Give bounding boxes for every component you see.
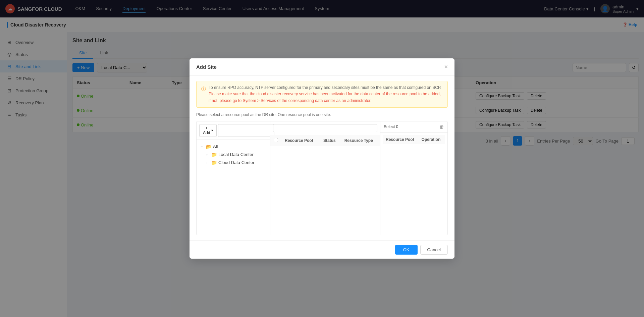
- modal-panels: + Add ▾ ↺ − 📂 All: [196, 121, 448, 235]
- modal-close-button[interactable]: ×: [444, 64, 448, 70]
- col-resource-type: Resource Type: [341, 135, 380, 146]
- panel-left: + Add ▾ ↺ − 📂 All: [197, 121, 270, 235]
- tree-search-input[interactable]: [218, 124, 274, 137]
- modal-footer: OK Cancel: [190, 241, 454, 259]
- middle-search-input[interactable]: [273, 124, 377, 132]
- col-rp-label: Resource Pool: [383, 135, 419, 144]
- add-button[interactable]: + Add ▾: [199, 124, 217, 137]
- cancel-button[interactable]: Cancel: [420, 245, 448, 255]
- panel-middle-toolbar: [270, 121, 380, 135]
- modal-overlay: Add Site × ⓘ To ensure RPO accuracy, NTP…: [0, 0, 644, 317]
- panel-middle-table: Resource Pool Status Resource Type: [270, 135, 380, 235]
- col-status: Status: [320, 135, 341, 146]
- alert-line1: To ensure RPO accuracy, NTP server confi…: [209, 85, 441, 90]
- add-caret-icon: ▾: [211, 128, 213, 132]
- modal-info-text: Please select a resource pool as the DR …: [196, 112, 448, 117]
- panel-left-toolbar: + Add ▾ ↺: [197, 121, 270, 140]
- panel-middle: Resource Pool Status Resource Type: [270, 121, 380, 235]
- clear-selection-button[interactable]: 🗑: [439, 124, 444, 129]
- col-resource-pool: Resource Pool: [281, 135, 320, 146]
- tree-expand-all[interactable]: −: [201, 145, 205, 149]
- alert-text: To ensure RPO accuracy, NTP server confi…: [209, 85, 443, 104]
- tree-expand-local[interactable]: +: [206, 153, 210, 157]
- col-op-label: Operation: [419, 135, 445, 144]
- middle-panel-table: Resource Pool Status Resource Type: [270, 135, 380, 146]
- select-count: Select 0: [384, 124, 398, 129]
- col-checkbox: [270, 135, 281, 146]
- modal-header: Add Site ×: [190, 58, 454, 75]
- modal-body: ⓘ To ensure RPO accuracy, NTP server con…: [190, 75, 454, 241]
- tree-cloud-dc-label: Cloud Data Center: [218, 160, 255, 165]
- add-label: + Add: [203, 126, 210, 135]
- right-panel-table: Resource Pool Operation: [383, 135, 445, 144]
- panel-right-content: Resource Pool Operation: [380, 133, 447, 235]
- tree-node-local-dc[interactable]: + 📁 Local Data Center: [205, 151, 267, 159]
- tree-expand-cloud[interactable]: +: [206, 161, 210, 165]
- alert-line2: Please make sure that the cloud disaster…: [209, 92, 441, 103]
- add-site-modal: Add Site × ⓘ To ensure RPO accuracy, NTP…: [190, 58, 454, 259]
- panel-right: Select 0 🗑 Resource Pool Operation: [380, 121, 447, 235]
- alert-icon: ⓘ: [201, 85, 206, 104]
- modal-title: Add Site: [196, 64, 217, 70]
- all-folder-icon: 📂: [206, 144, 212, 149]
- tree-local-dc-label: Local Data Center: [218, 152, 254, 157]
- panel-right-header: Select 0 🗑: [380, 121, 447, 133]
- select-all-checkbox[interactable]: [274, 138, 278, 142]
- panel-tree: − 📂 All + 📁 Local Data Center +: [197, 140, 270, 235]
- tree-all-label: All: [213, 144, 218, 149]
- tree-children: + 📁 Local Data Center + 📁 Cloud Data Cen…: [199, 151, 267, 167]
- cloud-dc-icon: 📁: [211, 160, 217, 165]
- alert-warning: ⓘ To ensure RPO accuracy, NTP server con…: [196, 81, 448, 108]
- ok-button[interactable]: OK: [395, 245, 418, 255]
- tree-node-cloud-dc[interactable]: + 📁 Cloud Data Center: [205, 159, 267, 167]
- local-dc-icon: 📁: [211, 152, 217, 157]
- tree-node-all[interactable]: − 📂 All: [199, 143, 267, 151]
